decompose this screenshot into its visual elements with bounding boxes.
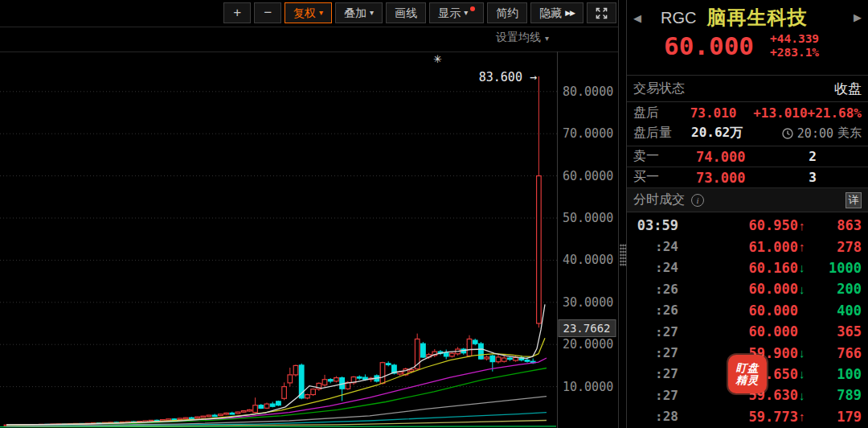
trade-price: 60.160 <box>678 260 798 276</box>
trade-quantity: 766 <box>812 345 862 361</box>
time-sales-row[interactable]: :2660.000↓200 <box>627 278 868 299</box>
trade-price: 60.950 <box>678 217 798 233</box>
overlay-button[interactable]: 叠加 ▾ <box>335 2 383 23</box>
ask-row: 卖一 74.000 2 <box>627 146 868 167</box>
time-sales-title: 分时成交 <box>633 191 685 208</box>
last-price: 60.000 <box>664 32 754 60</box>
arrow-up-icon: ↑ <box>799 240 812 253</box>
prev-symbol-arrow-icon[interactable]: ◀ <box>633 12 641 24</box>
y-axis-tick: 20.0000 <box>563 337 613 352</box>
caret-down-icon: ▾ <box>319 3 323 23</box>
adjust-label: 复权 <box>293 3 316 23</box>
panel-splitter[interactable] <box>618 0 627 428</box>
trade-price: 60.000 <box>678 281 798 297</box>
display-button[interactable]: 显示 ▾ <box>429 2 484 23</box>
high-price-annotation: 83.600 → <box>479 70 537 84</box>
arrow-down-icon: ↓ <box>799 367 812 381</box>
trade-quantity: 100 <box>812 366 862 382</box>
ma-settings-dropdown[interactable]: 设置均线 ▾ <box>496 31 549 45</box>
clock-icon <box>782 128 793 139</box>
simple-label: 简约 <box>496 3 518 23</box>
zoom-out-button[interactable]: − <box>254 2 281 23</box>
trade-price: 60.000 <box>678 302 798 319</box>
after-hours-volume-label: 盘后量 <box>633 125 691 142</box>
caret-down-icon: ▾ <box>370 3 374 23</box>
price-change-percent: +283.1% <box>770 46 819 60</box>
time-sales-row[interactable]: :2760.000365 <box>627 321 868 342</box>
hide-button[interactable]: 隐藏 ▶▶ <box>530 2 583 23</box>
trade-time: :27 <box>633 366 678 381</box>
adjust-mode-button[interactable]: 复权 ▾ <box>285 2 332 23</box>
time-sales-row[interactable]: :2461.000↑278 <box>627 236 868 257</box>
trade-price: 59.773 <box>678 409 798 425</box>
after-hours-time: 20:00 <box>797 126 833 141</box>
arrow-down-icon: ↓ <box>799 261 812 274</box>
arrow-down-icon: ↓ <box>799 389 812 402</box>
ma-magenta <box>6 358 547 426</box>
bid-label: 买一 <box>633 169 696 186</box>
time-sales-list[interactable]: 03:5960.950↑863:2461.000↑278:2460.160↓10… <box>627 212 868 428</box>
trade-price: 61.000 <box>678 239 798 255</box>
watermark-text: 盯盘 <box>736 362 760 374</box>
trade-status-value: 收盘 <box>834 80 862 98</box>
trade-time: :24 <box>633 260 678 275</box>
y-axis-tick: 80.0000 <box>563 84 613 99</box>
trade-quantity: 179 <box>812 409 862 425</box>
info-icon[interactable]: i <box>691 194 704 207</box>
zoom-in-button[interactable]: + <box>223 2 251 23</box>
trade-quantity: 200 <box>812 281 862 297</box>
time-sales-row[interactable]: :2460.160↓1000 <box>627 257 868 278</box>
trade-price: 60.000 <box>678 323 798 340</box>
next-symbol-arrow-icon[interactable]: ▶ <box>854 11 862 23</box>
drag-handle-icon[interactable] <box>620 244 626 266</box>
price-change: +44.339 <box>770 32 819 46</box>
overlay-label: 叠加 <box>344 3 366 23</box>
draw-line-label: 画线 <box>395 3 417 23</box>
arrow-up-icon: ↑ <box>799 409 812 423</box>
display-label: 显示 <box>438 3 461 23</box>
minus-icon: − <box>264 3 272 23</box>
y-axis-tick: 40.0000 <box>563 253 613 267</box>
red-dot-badge <box>470 6 475 11</box>
draw-line-button[interactable]: 画线 <box>386 2 426 23</box>
bid-row: 买一 73.000 3 <box>627 167 868 188</box>
caret-down-icon: ▾ <box>464 3 468 23</box>
trade-quantity: 365 <box>812 323 862 340</box>
plus-icon: + <box>233 3 241 23</box>
after-hours-volume: 20.62万 <box>691 125 743 142</box>
trade-time: :28 <box>633 409 678 424</box>
trade-time: :27 <box>633 324 678 340</box>
time-sales-row[interactable]: 03:5960.950↑863 <box>627 215 868 236</box>
trade-time: :27 <box>633 345 678 360</box>
quote-header: ◀ RGC 脑再生科技 ▶ 60.000 +44.339 +283.1% <box>627 0 868 76</box>
after-hours-label: 盘后 <box>633 105 690 121</box>
candlestick-chart[interactable]: 80.000070.000060.000050.000040.000030.00… <box>0 0 618 428</box>
watermark-logo: 盯盘 精灵 <box>728 355 767 393</box>
fullscreen-button[interactable] <box>587 2 616 23</box>
symbol-ticker: RGC <box>661 9 696 27</box>
ma-settings-label: 设置均线 <box>496 31 541 45</box>
svg-text:23.7662: 23.7662 <box>563 322 610 335</box>
trade-quantity: 863 <box>812 217 862 233</box>
symbol-name: 脑再生科技 <box>706 5 807 31</box>
arrow-up-icon: ↑ <box>799 219 812 233</box>
arrow-down-icon: ↓ <box>799 282 812 296</box>
trade-time: 03:59 <box>633 217 678 233</box>
detail-button[interactable]: 详 <box>845 192 862 208</box>
time-sales-header: 分时成交 i 详 <box>627 188 868 212</box>
time-sales-row[interactable]: :2660.000400 <box>627 300 868 321</box>
caret-down-icon: ▾ <box>545 34 549 43</box>
ask-label: 卖一 <box>633 148 696 165</box>
simple-mode-button[interactable]: 简约 <box>487 2 527 23</box>
chart-panel: 80.000070.000060.000050.000040.000030.00… <box>0 0 618 428</box>
trade-status-label: 交易状态 <box>633 80 685 97</box>
timezone-label: 美东 <box>837 126 862 141</box>
trade-quantity: 789 <box>812 387 862 403</box>
after-hours-change: +13.010 <box>753 105 807 121</box>
trade-status-row: 交易状态 收盘 <box>627 76 868 102</box>
grid: 80.000070.000060.000050.000040.000030.00… <box>0 84 613 394</box>
y-axis-tick: 10.0000 <box>563 380 613 394</box>
time-sales-row[interactable]: :2859.773↑179 <box>627 406 868 427</box>
after-hours-block: 盘后 73.010 +13.010 +21.68% 盘后量 20.62万 20:… <box>627 102 868 146</box>
trade-quantity: 278 <box>812 239 862 255</box>
